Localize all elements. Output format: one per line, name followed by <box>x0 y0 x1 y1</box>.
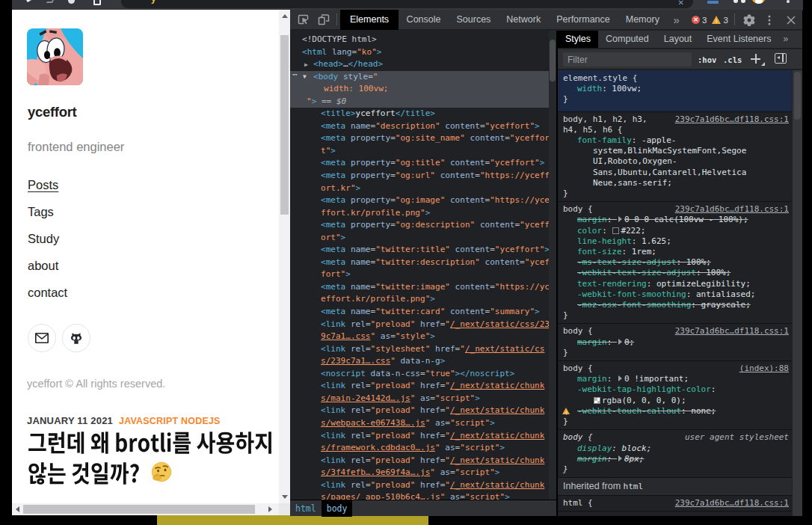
css-rule-line[interactable]: -webkit-touch-callout: none; <box>558 406 792 417</box>
dom-tree-line[interactable]: <meta property="og:url" content="https:/… <box>290 170 557 182</box>
extension-icon[interactable] <box>707 1 719 4</box>
device-toolbar-icon[interactable] <box>318 13 330 25</box>
browser-menu-icon[interactable] <box>787 0 790 3</box>
elements-scroll-thumb[interactable] <box>550 40 556 82</box>
nav-link-study[interactable]: Study <box>28 232 67 259</box>
css-rule-line[interactable]: rgba(0, 0, 0, 0); <box>558 396 792 406</box>
forward-icon[interactable] <box>46 0 54 3</box>
dom-tree-line[interactable]: effort.kr/profile.png"> <box>290 293 557 306</box>
css-rule-line[interactable]: } <box>558 417 792 427</box>
bookmark-icon[interactable] <box>93 0 101 5</box>
mail-button[interactable] <box>28 324 56 352</box>
css-rule-line[interactable]: color: #222; <box>558 226 792 236</box>
css-rule-line[interactable]: -webkit-font-smoothing: antialiased; <box>558 289 792 300</box>
dom-tree-line[interactable]: <link rel="preload" href="/_next/static/… <box>290 455 557 467</box>
dom-tree-line[interactable]: ort.kr"> <box>290 182 557 195</box>
sidebar-tab-computed[interactable]: Computed <box>598 31 656 48</box>
dom-tree-line[interactable]: width: 100vw; <box>290 83 557 96</box>
site-avatar[interactable] <box>27 28 83 85</box>
dom-tree-line[interactable]: s/pages/_app-510b6c4….js" as="script"> <box>290 491 557 500</box>
dom-tree-line[interactable]: <meta property="og:site_name" content="y… <box>290 132 557 145</box>
css-rule-line[interactable]: h4, h5, h6 { <box>558 125 792 135</box>
profile-avatar[interactable] <box>751 0 766 4</box>
new-style-rule-icon[interactable] <box>751 54 760 64</box>
nav-link-contact[interactable]: contact <box>28 286 67 313</box>
stylesheet-link[interactable]: 239c7a1d6bc…df118.css:1 <box>675 498 789 509</box>
css-rule-line[interactable]: body {239c7a1d6bc…df118.css:1 <box>558 326 792 337</box>
css-rule-line[interactable]: -webkit-text-size-adjust: 100%; <box>558 268 792 278</box>
dom-tree-line[interactable]: t"> <box>290 145 557 158</box>
error-badge[interactable]: ✕ 3 ! 3 <box>692 10 731 30</box>
css-rule-line[interactable]: html {239c7a1d6bc…df118.css:1 <box>558 498 792 509</box>
css-rule-line[interactable]: Neue,sans-serif; <box>558 178 792 188</box>
css-rule[interactable]: body {239c7a1d6bc…df118.css:1margin: 0 0… <box>558 202 792 324</box>
css-rule-line[interactable]: system,BlinkMacSystemFont,Segoe <box>558 146 792 156</box>
css-rule-line[interactable]: width: 100vw; <box>558 84 792 94</box>
dom-tree-line[interactable]: <meta property="og:description" content=… <box>290 219 557 232</box>
css-rule[interactable]: body {user agent stylesheetdisplay: bloc… <box>558 430 792 478</box>
scroll-up-icon[interactable] <box>282 14 288 18</box>
dom-tree-line[interactable]: <meta name="twitter:card" content="summa… <box>290 306 557 319</box>
dom-tree-line[interactable]: <meta property="og:image" content="https… <box>290 194 557 207</box>
css-rule-line[interactable]: text-rendering: optimizeLegibility; <box>558 279 792 289</box>
styles-filter-input[interactable] <box>563 52 692 67</box>
css-rule-line[interactable]: } <box>558 348 792 358</box>
breadcrumb-body[interactable]: body <box>322 500 353 517</box>
dom-tree-line[interactable]: fort"> <box>290 268 557 281</box>
css-rule-line[interactable]: font-family: -apple- <box>558 135 792 146</box>
dom-tree-line[interactable]: <title>yceffort</title> <box>290 108 557 120</box>
dom-tree-line[interactable]: <link rel="preload" href="/_next/static/… <box>290 319 557 331</box>
site-title[interactable]: yceffort <box>28 104 76 120</box>
dom-tree-line[interactable]: 9c7a1….css" as="style"> <box>290 331 557 343</box>
css-rule-line[interactable]: line-height: 1.625; <box>558 236 792 247</box>
elements-scrollbar[interactable] <box>549 31 556 500</box>
clear-url-icon[interactable]: ✕ <box>678 0 684 7</box>
page-vscroll-thumb[interactable] <box>280 35 289 215</box>
stylesheet-link[interactable]: 239c7a1d6bc…df118.css:1 <box>675 114 789 125</box>
address-bar[interactable]: y ✕ <box>121 0 693 8</box>
settings-gear-icon[interactable] <box>743 14 755 26</box>
nav-link-posts[interactable]: Posts <box>28 178 67 205</box>
devtools-tab-memory[interactable]: Memory <box>618 10 667 30</box>
css-rule-line[interactable]: margin: 0 0 0 calc(100vw - 100%); <box>558 215 792 225</box>
post-tags[interactable]: JAVASCRIPT NODEJS <box>119 416 221 426</box>
stylesheet-link[interactable]: 239c7a1d6bc…df118.css:1 <box>675 326 789 337</box>
dom-tree-line[interactable]: <noscript data-n-css="true"></noscript> <box>290 368 557 381</box>
css-rule-line[interactable]: } <box>558 94 792 105</box>
dom-tree-line[interactable]: ▶<head>…</head> <box>290 58 557 71</box>
inspect-element-icon[interactable] <box>298 13 310 25</box>
class-toggle[interactable]: .cls <box>723 52 742 67</box>
dom-tree-line[interactable]: ort"> <box>290 232 557 245</box>
dom-tree-line[interactable]: ⋯▼<body style=" <box>290 71 557 84</box>
css-rule-line[interactable]: } <box>558 188 792 199</box>
devtools-tab-network[interactable]: Network <box>499 10 549 30</box>
scroll-right-icon[interactable] <box>268 506 272 512</box>
dom-tree-line[interactable]: s/3f4fefb….9e69f4a….js" as="script"> <box>290 467 557 479</box>
dom-tree-line[interactable]: <link rel="preload" href="/_next/static/… <box>290 479 557 492</box>
css-rule[interactable]: element.style {width: 100vw;} <box>558 70 792 112</box>
css-rule-line[interactable]: } <box>558 310 792 321</box>
breadcrumb-html[interactable]: html <box>290 500 322 517</box>
css-rule-line[interactable]: Sans,Ubuntu,Cantarell,Helvetica <box>558 168 792 178</box>
dom-tree-line[interactable]: <html lang="ko"> <box>290 46 557 59</box>
scroll-left-icon[interactable] <box>16 506 19 512</box>
dom-tree-line[interactable]: s/main-2e4142d….js" as="script"> <box>290 393 557 405</box>
dom-tree-line[interactable]: <meta name="twitter:image" content="http… <box>290 281 557 294</box>
toggle-sidebar-icon[interactable] <box>775 53 787 64</box>
devtools-menu-icon[interactable] <box>768 15 771 25</box>
dom-tree-line[interactable]: "> == $0 <box>290 96 557 108</box>
css-rule-line[interactable]: margin: 0; <box>558 337 792 348</box>
page-hscroll-thumb[interactable] <box>23 505 255 514</box>
stylesheet-link[interactable]: (index):88 <box>739 363 789 374</box>
css-rule-line[interactable]: -webkit-tap-highlight-color: <box>558 384 792 395</box>
nav-link-about[interactable]: about <box>28 259 67 286</box>
styles-scroll-thumb[interactable] <box>794 72 801 120</box>
page-vertical-scrollbar[interactable] <box>279 10 290 503</box>
dom-tree-line[interactable]: <meta name="twitter:description" content… <box>290 257 557 269</box>
dom-tree-line[interactable]: <link rel="preload" href="/_next/static/… <box>290 380 557 393</box>
devtools-close-icon[interactable] <box>787 16 796 25</box>
css-rule-line[interactable]: UI,Roboto,Oxygen- <box>558 156 792 167</box>
extensions-icon[interactable] <box>733 0 747 4</box>
sidebar-tab-event-listeners[interactable]: Event Listeners <box>699 31 778 48</box>
css-rule-line[interactable]: font-size: 1rem; <box>558 247 792 257</box>
